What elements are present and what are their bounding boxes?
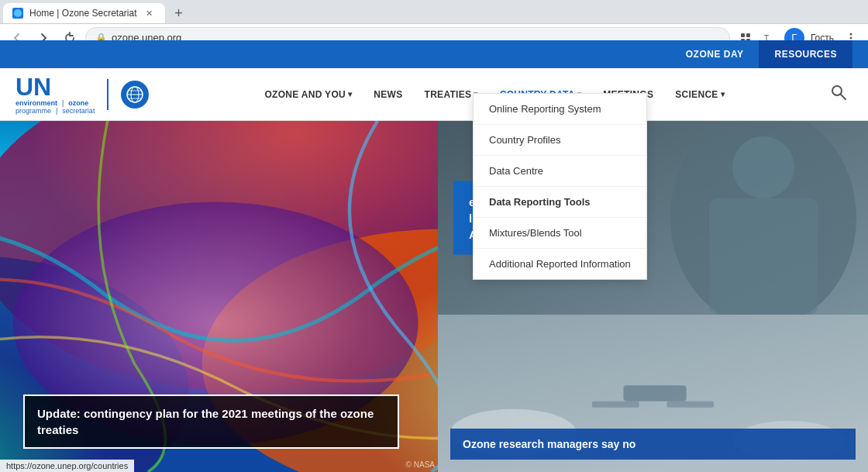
dropdown-country-profiles[interactable]: Country Profiles <box>474 125 646 156</box>
country-data-dropdown: Online Reporting System Country Profiles… <box>473 93 647 280</box>
svg-point-6 <box>850 33 852 35</box>
tab-title: Home | Ozone Secretariat <box>29 8 137 19</box>
dropdown-additional-info[interactable]: Additional Reported Information <box>474 249 646 279</box>
hero-caption-area: Update: contingency plan for the 2021 me… <box>23 394 399 449</box>
status-bar: https://ozone.unep.org/countries <box>0 460 134 472</box>
hero-left-image: Update: contingency plan for the 2021 me… <box>0 121 438 472</box>
dropdown-mixtures-blends[interactable]: Mixtures/Blends Tool <box>474 218 646 249</box>
logo-subtitle4: secretariat <box>62 107 95 115</box>
svg-rect-2 <box>746 33 750 37</box>
svg-point-7 <box>850 36 852 39</box>
svg-rect-27 <box>623 385 686 401</box>
search-button[interactable] <box>825 78 852 110</box>
logo-subtitle3: ozone <box>68 99 88 107</box>
hero-right-bottom: Ozone research managers say no <box>438 315 868 472</box>
new-tab-button[interactable]: + <box>168 3 190 23</box>
logo-divider: | <box>62 99 64 107</box>
dropdown-data-centre[interactable]: Data Centre <box>474 156 646 187</box>
svg-point-23 <box>732 136 794 198</box>
nav-science[interactable]: SCIENCE ▾ <box>666 83 734 106</box>
active-tab[interactable]: Home | Ozone Secretariat ✕ <box>3 3 165 23</box>
dropdown-online-reporting[interactable]: Online Reporting System <box>474 94 646 125</box>
status-url: https://ozone.unep.org/countries <box>6 461 128 470</box>
nasa-credit: © NASA <box>406 460 435 469</box>
nav-ozone-and-you[interactable]: OZONE AND YOU ▾ <box>255 83 361 106</box>
logo-un: UN <box>16 74 51 99</box>
logo-divider2: | <box>56 107 57 115</box>
svg-rect-24 <box>709 198 818 315</box>
top-bar: OZONE DAY RESOURCES <box>0 40 868 68</box>
bottom-news-title: Ozone research managers say no <box>463 438 843 450</box>
svg-point-0 <box>14 9 22 17</box>
dropdown-data-reporting[interactable]: Data Reporting Tools <box>474 187 646 218</box>
main-nav: UN environment | ozone programme | secre… <box>0 68 868 121</box>
logo-subtitle2: programme <box>16 107 51 115</box>
hero-section: Update: contingency plan for the 2021 me… <box>0 121 868 472</box>
browser-chrome: Home | Ozone Secretariat ✕ + 🔒 ozone.une… <box>0 0 868 40</box>
nav-news[interactable]: NEWS <box>364 83 412 106</box>
svg-line-15 <box>841 95 846 99</box>
hero-caption-text[interactable]: Update: contingency plan for the 2021 me… <box>23 394 399 449</box>
svg-rect-1 <box>741 33 745 37</box>
ozone-day-button[interactable]: OZONE DAY <box>670 40 760 68</box>
bottom-news-card[interactable]: Ozone research managers say no <box>450 429 856 460</box>
svg-rect-28 <box>592 401 639 408</box>
website: OZONE DAY RESOURCES UN environment | ozo… <box>0 40 868 472</box>
chevron-down-icon: ▾ <box>348 90 352 98</box>
browser-tabs: Home | Ozone Secretariat ✕ + <box>0 0 868 23</box>
logo-subtitle1: environment <box>16 99 57 107</box>
svg-rect-29 <box>666 401 714 408</box>
resources-button[interactable]: RESOURCES <box>759 40 852 68</box>
chevron-down-icon-science: ▾ <box>721 90 725 98</box>
tab-favicon <box>12 8 23 19</box>
logo-divider-line <box>107 79 108 110</box>
tab-close-button[interactable]: ✕ <box>143 7 156 19</box>
svg-point-14 <box>832 86 842 95</box>
logo-area[interactable]: UN environment | ozone programme | secre… <box>16 74 149 115</box>
logo-circle <box>121 81 149 109</box>
